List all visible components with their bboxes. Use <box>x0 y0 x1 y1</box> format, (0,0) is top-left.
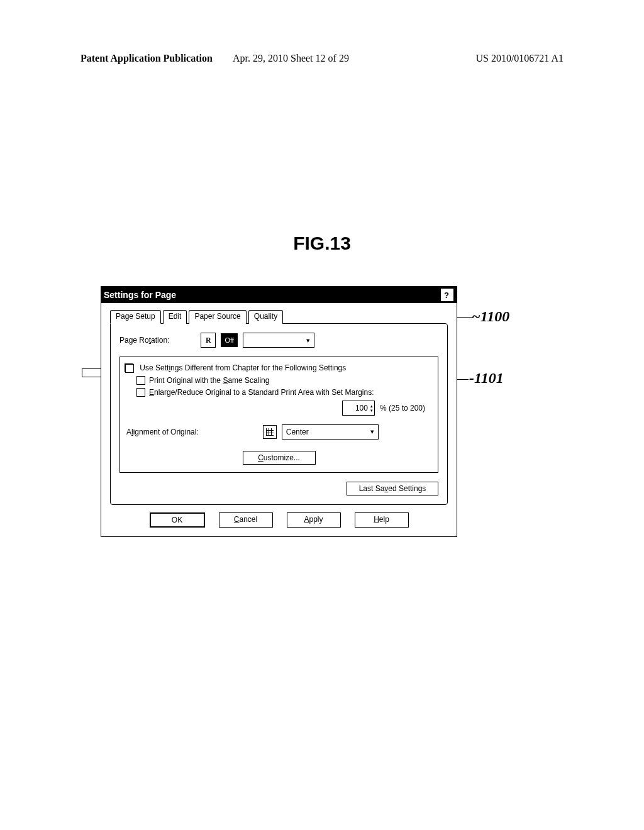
enlarge-reduce-row: Enlarge/Reduce Original to a Standard Pr… <box>136 388 431 397</box>
dialog-button-row: OK Cancel Apply Help <box>110 512 448 528</box>
titlebar-help-icon[interactable]: ? <box>440 288 454 302</box>
tab-edit[interactable]: Edit <box>163 310 187 324</box>
tab-quality[interactable]: Quality <box>248 310 283 324</box>
ok-button[interactable]: OK <box>150 512 205 528</box>
same-scaling-row: Print Original with the Same Scaling <box>136 376 431 385</box>
chapter-override-group: Use Settings Different from Chapter for … <box>119 357 438 473</box>
spinner-arrows-icon[interactable]: ▴▾ <box>370 404 373 412</box>
bracket-1101 <box>82 368 101 377</box>
tab-page-setup[interactable]: Page Setup <box>110 310 161 324</box>
last-saved-row: Last Saved Settings <box>119 482 438 495</box>
callout-line-1101 <box>457 379 469 380</box>
enlarge-reduce-checkbox[interactable] <box>136 388 145 397</box>
scale-spinner[interactable]: 100 ▴▾ <box>342 401 375 416</box>
rotation-off-chip: Off <box>221 333 237 347</box>
same-scaling-label: Print Original with the Same Scaling <box>149 376 269 385</box>
rotation-icon: R <box>201 333 216 348</box>
page-rotation-label: Page Rotation: <box>119 336 169 345</box>
dialog-content: Page Setup Edit Paper Source Quality Pag… <box>101 303 457 536</box>
tab-paper-source[interactable]: Paper Source <box>189 310 246 324</box>
page-rotation-row: Page Rotation: R Off ▾ <box>119 333 438 348</box>
callout-1100: ~1100 <box>472 308 509 325</box>
use-settings-diff-row: Use Settings Different from Chapter for … <box>125 363 431 373</box>
dialog-title: Settings for Page <box>104 290 176 300</box>
help-button[interactable]: Help <box>355 512 409 528</box>
alignment-row: Alignment of Original: Center ▾ <box>126 424 431 440</box>
chevron-down-icon: ▾ <box>306 336 310 345</box>
chevron-down-icon: ▾ <box>370 428 374 436</box>
header-right: US 2010/0106721 A1 <box>475 53 564 64</box>
customize-button[interactable]: Customize... <box>243 451 316 465</box>
header-left: Patent Application Publication <box>80 53 213 64</box>
scale-row: 100 ▴▾ % (25 to 200) <box>126 401 425 416</box>
callout-line-1100 <box>457 317 472 318</box>
use-settings-diff-checkbox[interactable] <box>125 364 134 373</box>
settings-dialog: Settings for Page ? Page Setup Edit Pape… <box>101 286 457 537</box>
scale-range-label: % (25 to 200) <box>380 404 425 412</box>
customize-row: Customize... <box>126 451 431 465</box>
alignment-label: Alignment of Original: <box>126 428 199 436</box>
callout-1101: -1101 <box>469 370 504 387</box>
svg-text:?: ? <box>444 290 449 299</box>
enlarge-reduce-label: Enlarge/Reduce Original to a Standard Pr… <box>149 388 374 397</box>
last-saved-button[interactable]: Last Saved Settings <box>347 482 438 495</box>
use-settings-diff-label: Use Settings Different from Chapter for … <box>140 363 346 372</box>
header-center: Apr. 29, 2010 Sheet 12 of 29 <box>233 53 349 64</box>
rotation-select[interactable]: ▾ <box>243 333 314 348</box>
alignment-value: Center <box>286 428 309 436</box>
cancel-button[interactable]: Cancel <box>219 512 273 528</box>
same-scaling-checkbox[interactable] <box>136 376 145 385</box>
tab-panel: Page Rotation: R Off ▾ Use Settings Diff… <box>110 323 448 505</box>
figure-label: FIG.13 <box>0 233 644 254</box>
alignment-icon <box>263 425 277 439</box>
titlebar: Settings for Page ? <box>101 287 457 303</box>
scale-value: 100 <box>343 404 370 412</box>
apply-button[interactable]: Apply <box>287 512 341 528</box>
alignment-select[interactable]: Center ▾ <box>282 424 379 440</box>
tab-row: Page Setup Edit Paper Source Quality <box>110 309 448 323</box>
